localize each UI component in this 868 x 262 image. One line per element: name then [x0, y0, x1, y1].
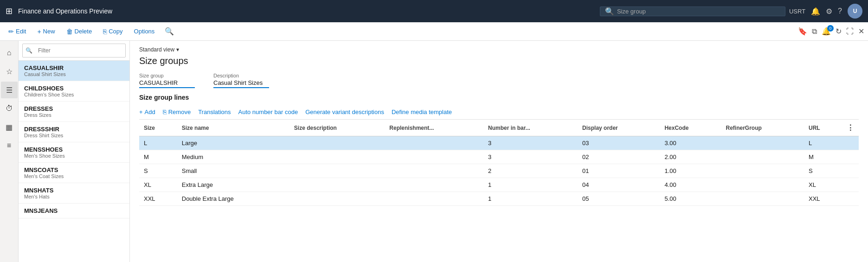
description-value[interactable]: Casual Shirt Sizes: [213, 79, 269, 88]
new-button[interactable]: + New: [32, 26, 59, 37]
list-filter-input[interactable]: [34, 45, 122, 56]
nav-list[interactable]: ☰: [1, 82, 18, 98]
edit-button[interactable]: ✏ Edit: [4, 26, 31, 37]
search-input[interactable]: [617, 8, 780, 15]
cell-number-in-bar: 1: [483, 192, 578, 206]
refresh-icon[interactable]: ↻: [836, 27, 842, 36]
nav-recent[interactable]: ⏱: [1, 100, 18, 117]
cell-display-order: 02: [578, 150, 660, 164]
list-item-mensshoes[interactable]: MENSSHOES Men's Shoe Sizes: [19, 142, 129, 163]
help-icon[interactable]: ?: [838, 7, 842, 15]
list-item-childshoes[interactable]: CHILDSHOES Children's Shoe Sizes: [19, 81, 129, 102]
list-item-dressshir[interactable]: DRESSSHIR Dress Shirt Sizes: [19, 122, 129, 142]
cell-refiner-group: [721, 164, 804, 178]
table-row[interactable]: XXL Double Extra Large 1 05 5.00 XXL: [139, 192, 859, 206]
notification-badge: 0: [827, 25, 834, 32]
cell-number-in-bar: 3: [483, 136, 578, 150]
table-row[interactable]: XL Extra Large 1 04 4.00 XL: [139, 178, 859, 192]
view-selector[interactable]: Standard view ▾: [139, 46, 859, 53]
cell-number-in-bar: 2: [483, 164, 578, 178]
list-item-subtitle: Dress Sizes: [24, 112, 124, 118]
list-item-dresses[interactable]: DRESSES Dress Sizes: [19, 102, 129, 122]
generate-variants-button[interactable]: Generate variant descriptions: [305, 108, 384, 116]
page-title: Size groups: [139, 56, 859, 66]
notification-icon[interactable]: 🔔 0: [822, 27, 831, 36]
list-item-mnshats[interactable]: MNSHATS Men's Hats: [19, 183, 129, 204]
cell-size-name: Double Extra Large: [177, 192, 289, 206]
list-item-subtitle: Men's Coat Sizes: [24, 173, 124, 179]
detail-panel: Standard view ▾ Size groups Size group C…: [130, 41, 868, 262]
cell-size: XL: [139, 178, 177, 192]
grid-icon[interactable]: ⊞: [6, 6, 13, 16]
main-layout: ⌂ ☆ ☰ ⏱ ▦ ≡ 🔍 CASUALSHIR Casual Shirt Si…: [0, 41, 868, 262]
list-filter-area: 🔍: [19, 41, 129, 61]
nav-favorites[interactable]: ☆: [1, 63, 18, 80]
table-row[interactable]: M Medium 3 02 2.00 M: [139, 150, 859, 164]
list-item-subtitle: Men's Hats: [24, 194, 124, 199]
list-item-title: MNSCOATS: [24, 166, 124, 173]
new-icon: +: [37, 28, 41, 35]
cell-refiner-group: [721, 192, 804, 206]
cell-size-name: Medium: [177, 150, 289, 164]
size-group-table: Size Size name Size description Replenis…: [139, 120, 859, 206]
col-replenishment: Replenishment...: [385, 120, 483, 136]
list-item-subtitle: Casual Shirt Sizes: [24, 71, 124, 77]
list-item-mnsjeans[interactable]: MNSJEANS: [19, 204, 129, 218]
cell-refiner-group: [721, 150, 804, 164]
translations-button[interactable]: Translations: [198, 108, 231, 116]
cell-replenishment: [385, 136, 483, 150]
delete-button[interactable]: 🗑 Delete: [62, 26, 97, 37]
col-size-name: Size name: [177, 120, 289, 136]
table-row[interactable]: S Small 2 01 1.00 S: [139, 164, 859, 178]
remove-button[interactable]: ⎘ Remove: [163, 108, 191, 116]
cell-replenishment: [385, 178, 483, 192]
cell-display-order: 04: [578, 178, 660, 192]
more-columns-icon[interactable]: ⋮: [847, 124, 854, 132]
col-more: ⋮: [842, 120, 859, 136]
bookmark-icon[interactable]: 🔖: [798, 27, 807, 36]
cell-size-description: [289, 150, 385, 164]
size-group-label: Size group: [139, 73, 195, 78]
open-in-new-icon[interactable]: ⧉: [812, 27, 817, 36]
list-item-mnscoats[interactable]: MNSCOATS Men's Coat Sizes: [19, 163, 129, 183]
add-button[interactable]: + Add: [139, 108, 155, 116]
settings-icon[interactable]: ⚙: [826, 7, 832, 16]
col-display-order: Display order: [578, 120, 660, 136]
cell-size-name: Extra Large: [177, 178, 289, 192]
description-label: Description: [213, 73, 269, 78]
col-size-description: Size description: [289, 120, 385, 136]
global-search[interactable]: 🔍: [600, 6, 785, 16]
cell-refiner-group: [721, 136, 804, 150]
auto-number-button[interactable]: Auto number bar code: [238, 108, 298, 116]
table-row[interactable]: L Large 3 03 3.00 L: [139, 136, 859, 150]
copy-button[interactable]: ⎘ Copy: [98, 26, 127, 37]
cell-hexcode: 2.00: [660, 150, 721, 164]
cell-size-description: [289, 164, 385, 178]
cell-display-order: 03: [578, 136, 660, 150]
copy-icon: ⎘: [103, 28, 107, 35]
add-icon: +: [139, 109, 143, 115]
cell-url: XXL: [804, 192, 842, 206]
list-item-title: MENSSHOES: [24, 146, 124, 153]
options-button[interactable]: Options: [129, 26, 160, 37]
list-item-title: CHILDSHOES: [24, 85, 124, 92]
list-item-title: MNSJEANS: [24, 207, 124, 214]
cell-url: M: [804, 150, 842, 164]
bell-icon[interactable]: 🔔: [811, 7, 820, 16]
define-media-button[interactable]: Define media template: [392, 108, 452, 116]
cell-size-description: [289, 178, 385, 192]
close-panel-icon[interactable]: ✕: [858, 27, 864, 36]
nav-modules[interactable]: ≡: [1, 137, 18, 154]
cell-size: XXL: [139, 192, 177, 206]
list-items: CASUALSHIR Casual Shirt Sizes CHILDSHOES…: [19, 61, 129, 262]
col-number-in-bar: Number in bar...: [483, 120, 578, 136]
nav-workspaces[interactable]: ▦: [1, 119, 18, 135]
expand-icon[interactable]: ⛶: [846, 27, 854, 36]
nav-home[interactable]: ⌂: [1, 45, 18, 61]
avatar[interactable]: U: [848, 4, 862, 19]
list-item-casualshir[interactable]: CASUALSHIR Casual Shirt Sizes: [19, 61, 129, 81]
toolbar-search-button[interactable]: 🔍: [161, 25, 178, 38]
col-hexcode: HexCode: [660, 120, 721, 136]
size-group-value[interactable]: CASUALSHIR: [139, 79, 195, 88]
description-field: Description Casual Shirt Sizes: [213, 73, 269, 88]
